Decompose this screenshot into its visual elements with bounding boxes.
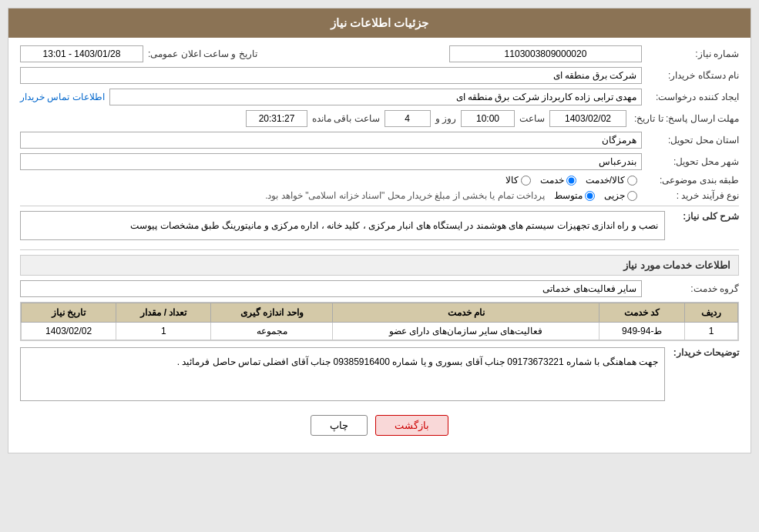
creator-label: ایجاد کننده درخواست:	[646, 92, 739, 102]
announce-datetime-value: 1403/01/28 - 13:01	[20, 45, 143, 62]
page-title: جزئیات اطلاعات نیاز	[331, 16, 428, 29]
services-table: ردیف کد خدمت نام خدمت واحد اندازه گیری ت…	[20, 302, 739, 341]
days-value: 4	[385, 110, 431, 127]
table-row: 1ط-94-949فعالیت‌های سایر سازمان‌های دارا…	[22, 323, 738, 340]
buyer-org-label: نام دستگاه خریدار:	[646, 70, 739, 81]
announce-label: تاریخ و ساعت اعلان عمومی:	[148, 49, 257, 59]
purchase-desc: پرداخت تمام یا بخشی از مبلغ خریدار محل "…	[265, 190, 545, 201]
time-label: ساعت	[519, 113, 545, 124]
back-button[interactable]: بازگشت	[375, 415, 448, 436]
col-header-code: کد خدمت	[599, 303, 685, 323]
province-label: استان محل تحویل:	[646, 135, 739, 146]
col-header-name: نام خدمت	[333, 303, 599, 323]
province-value: هرمزگان	[20, 132, 642, 149]
remaining-value: 20:31:27	[246, 110, 307, 127]
col-header-date: تاریخ نیاز	[22, 303, 116, 323]
days-label: روز و	[435, 113, 456, 124]
table-cell-0: 1	[685, 323, 738, 340]
category-radio-kala[interactable]	[521, 176, 531, 186]
creator-contact-link[interactable]: اطلاعات تماس خریدار	[20, 92, 105, 102]
buyer-org-value: شرکت برق منطقه ای	[20, 67, 642, 84]
service-group-value: سایر فعالیت‌های خدماتی	[20, 280, 642, 297]
city-value: بندرعباس	[20, 153, 642, 170]
buyer-notes-value: جهت هماهنگی با شماره 09173673221 جناب آق…	[20, 347, 665, 401]
category-option-khadamat-label: خدمت	[540, 175, 564, 186]
category-radio-kala-khadamat[interactable]	[627, 176, 637, 186]
need-number-label: شماره نیاز:	[646, 49, 739, 59]
remaining-label: ساعت باقی مانده	[312, 113, 380, 124]
table-cell-4: 1	[116, 323, 211, 340]
time-value: 10:00	[461, 110, 515, 127]
creator-value: مهدی ترابی زاده کاربرداز شرکت برق منطقه …	[109, 89, 642, 105]
purchase-option-motavaset-label: متوسط	[554, 190, 583, 201]
table-cell-5: 1403/02/02	[22, 323, 116, 340]
page-header: جزئیات اطلاعات نیاز	[8, 8, 751, 38]
deadline-date-value: 1403/02/02	[549, 110, 626, 127]
service-group-label: گروه خدمت:	[646, 283, 739, 294]
need-number-value: 1103003809000020	[449, 45, 642, 62]
table-cell-3: مجموعه	[211, 323, 333, 340]
category-option-khadamat[interactable]: خدمت	[540, 175, 576, 186]
purchase-radio-motavaset[interactable]	[585, 191, 595, 201]
category-option-kala-khadamat[interactable]: کالا/خدمت	[586, 175, 637, 186]
services-info-header: اطلاعات خدمات مورد نیاز	[20, 255, 739, 276]
purchase-type-label: نوع فرآیند خرید :	[646, 190, 739, 201]
col-header-count: تعداد / مقدار	[116, 303, 211, 323]
action-buttons: بازگشت چاپ	[20, 406, 739, 445]
category-option-kala[interactable]: کالا	[505, 175, 531, 186]
print-button[interactable]: چاپ	[311, 415, 368, 436]
purchase-option-motavaset[interactable]: متوسط	[554, 190, 595, 201]
city-label: شهر محل تحویل:	[646, 156, 739, 167]
category-option-kala-khadamat-label: کالا/خدمت	[586, 175, 625, 186]
table-cell-1: ط-94-949	[599, 323, 685, 340]
table-cell-2: فعالیت‌های سایر سازمان‌های دارای عضو	[333, 323, 599, 340]
category-option-kala-label: کالا	[505, 175, 519, 186]
general-desc-value: نصب و راه اندازی تجهیزات سیستم های هوشمن…	[20, 211, 665, 240]
col-header-unit: واحد اندازه گیری	[211, 303, 333, 323]
send-deadline-label: مهلت ارسال پاسخ: تا تاریخ:	[631, 113, 739, 124]
purchase-option-jozi-label: جزیی	[604, 190, 625, 201]
buyer-notes-label: توضیحات خریدار:	[670, 347, 739, 358]
purchase-option-jozi[interactable]: جزیی	[604, 190, 637, 201]
purchase-radio-jozi[interactable]	[627, 191, 637, 201]
general-desc-label: شرح کلی نیاز:	[670, 211, 739, 222]
category-radio-khadamat[interactable]	[566, 176, 576, 186]
col-header-row: ردیف	[685, 303, 738, 323]
category-label: طبقه بندی موضوعی:	[646, 175, 739, 186]
